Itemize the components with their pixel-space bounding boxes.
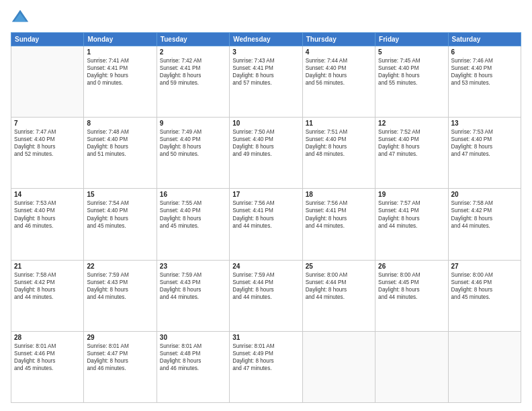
header	[11, 8, 521, 27]
day-info: Sunrise: 7:47 AMSunset: 4:40 PMDaylight:…	[14, 128, 81, 158]
header-saturday: Saturday	[448, 33, 521, 46]
header-tuesday: Tuesday	[157, 33, 229, 46]
day-cell	[375, 331, 448, 402]
day-cell: 8Sunrise: 7:48 AMSunset: 4:40 PMDaylight…	[84, 118, 157, 189]
week-row-1: 7Sunrise: 7:47 AMSunset: 4:40 PMDaylight…	[11, 118, 521, 189]
day-info: Sunrise: 7:45 AMSunset: 4:40 PMDaylight:…	[378, 57, 445, 87]
day-info: Sunrise: 7:53 AMSunset: 4:40 PMDaylight:…	[451, 128, 518, 158]
day-info: Sunrise: 7:56 AMSunset: 4:41 PMDaylight:…	[306, 199, 372, 229]
header-sunday: Sunday	[11, 33, 84, 46]
day-info: Sunrise: 8:01 AMSunset: 4:48 PMDaylight:…	[160, 342, 226, 372]
header-monday: Monday	[84, 33, 157, 46]
day-info: Sunrise: 7:57 AMSunset: 4:41 PMDaylight:…	[378, 199, 445, 229]
page: SundayMondayTuesdayWednesdayThursdayFrid…	[0, 0, 532, 411]
day-cell	[448, 331, 521, 402]
day-cell: 6Sunrise: 7:46 AMSunset: 4:40 PMDaylight…	[448, 46, 521, 118]
header-friday: Friday	[375, 33, 448, 46]
day-cell: 26Sunrise: 8:00 AMSunset: 4:45 PMDayligh…	[375, 260, 448, 331]
day-number: 2	[160, 48, 226, 56]
week-row-3: 21Sunrise: 7:58 AMSunset: 4:42 PMDayligh…	[11, 260, 521, 331]
calendar-table: SundayMondayTuesdayWednesdayThursdayFrid…	[11, 32, 521, 403]
day-info: Sunrise: 7:52 AMSunset: 4:40 PMDaylight:…	[378, 128, 445, 158]
day-info: Sunrise: 8:00 AMSunset: 4:46 PMDaylight:…	[451, 271, 518, 301]
day-cell: 5Sunrise: 7:45 AMSunset: 4:40 PMDaylight…	[375, 46, 448, 118]
day-cell: 10Sunrise: 7:50 AMSunset: 4:40 PMDayligh…	[230, 118, 302, 189]
day-cell: 9Sunrise: 7:49 AMSunset: 4:40 PMDaylight…	[157, 118, 229, 189]
day-cell: 15Sunrise: 7:54 AMSunset: 4:40 PMDayligh…	[84, 189, 157, 260]
day-number: 18	[306, 191, 372, 198]
header-wednesday: Wednesday	[230, 33, 302, 46]
day-info: Sunrise: 8:01 AMSunset: 4:49 PMDaylight:…	[232, 342, 299, 372]
day-info: Sunrise: 7:42 AMSunset: 4:41 PMDaylight:…	[160, 57, 226, 87]
day-cell: 30Sunrise: 8:01 AMSunset: 4:48 PMDayligh…	[157, 331, 229, 402]
day-info: Sunrise: 7:59 AMSunset: 4:44 PMDaylight:…	[232, 271, 299, 301]
week-row-0: 1Sunrise: 7:41 AMSunset: 4:41 PMDaylight…	[11, 46, 521, 118]
day-number: 20	[451, 191, 518, 198]
day-info: Sunrise: 7:50 AMSunset: 4:40 PMDaylight:…	[232, 128, 299, 158]
day-cell: 16Sunrise: 7:55 AMSunset: 4:40 PMDayligh…	[157, 189, 229, 260]
day-cell: 21Sunrise: 7:58 AMSunset: 4:42 PMDayligh…	[11, 260, 84, 331]
day-info: Sunrise: 7:51 AMSunset: 4:40 PMDaylight:…	[306, 128, 372, 158]
day-number: 3	[232, 48, 299, 56]
day-number: 22	[87, 263, 153, 270]
day-number: 19	[378, 191, 445, 198]
day-info: Sunrise: 7:58 AMSunset: 4:42 PMDaylight:…	[451, 199, 518, 229]
day-number: 1	[87, 48, 153, 56]
calendar-header-row: SundayMondayTuesdayWednesdayThursdayFrid…	[11, 33, 521, 46]
day-info: Sunrise: 7:56 AMSunset: 4:41 PMDaylight:…	[232, 199, 299, 229]
day-info: Sunrise: 7:58 AMSunset: 4:42 PMDaylight:…	[14, 271, 81, 301]
day-info: Sunrise: 8:01 AMSunset: 4:46 PMDaylight:…	[14, 342, 81, 372]
day-number: 8	[87, 120, 153, 127]
day-cell: 17Sunrise: 7:56 AMSunset: 4:41 PMDayligh…	[230, 189, 302, 260]
day-cell: 20Sunrise: 7:58 AMSunset: 4:42 PMDayligh…	[448, 189, 521, 260]
day-cell: 11Sunrise: 7:51 AMSunset: 4:40 PMDayligh…	[302, 118, 375, 189]
day-cell: 3Sunrise: 7:43 AMSunset: 4:41 PMDaylight…	[230, 46, 302, 118]
day-cell: 14Sunrise: 7:53 AMSunset: 4:40 PMDayligh…	[11, 189, 84, 260]
day-info: Sunrise: 7:46 AMSunset: 4:40 PMDaylight:…	[451, 57, 518, 87]
day-cell: 18Sunrise: 7:56 AMSunset: 4:41 PMDayligh…	[302, 189, 375, 260]
day-cell: 2Sunrise: 7:42 AMSunset: 4:41 PMDaylight…	[157, 46, 229, 118]
day-cell: 7Sunrise: 7:47 AMSunset: 4:40 PMDaylight…	[11, 118, 84, 189]
day-cell: 22Sunrise: 7:59 AMSunset: 4:43 PMDayligh…	[84, 260, 157, 331]
day-cell	[11, 46, 84, 118]
day-number: 26	[378, 263, 445, 270]
day-cell: 25Sunrise: 8:00 AMSunset: 4:44 PMDayligh…	[302, 260, 375, 331]
day-number: 13	[451, 120, 518, 127]
day-number: 4	[306, 48, 372, 56]
day-cell: 19Sunrise: 7:57 AMSunset: 4:41 PMDayligh…	[375, 189, 448, 260]
day-info: Sunrise: 7:41 AMSunset: 4:41 PMDaylight:…	[87, 57, 153, 87]
day-cell: 31Sunrise: 8:01 AMSunset: 4:49 PMDayligh…	[230, 331, 302, 402]
day-number: 28	[14, 334, 81, 341]
day-number: 15	[87, 191, 153, 198]
day-number: 30	[160, 334, 226, 341]
day-number: 31	[232, 334, 299, 341]
day-cell: 23Sunrise: 7:59 AMSunset: 4:43 PMDayligh…	[157, 260, 229, 331]
day-number: 23	[160, 263, 226, 270]
day-number: 11	[306, 120, 372, 127]
day-info: Sunrise: 7:48 AMSunset: 4:40 PMDaylight:…	[87, 128, 153, 158]
day-number: 25	[306, 263, 372, 270]
day-cell: 27Sunrise: 8:00 AMSunset: 4:46 PMDayligh…	[448, 260, 521, 331]
day-info: Sunrise: 7:44 AMSunset: 4:40 PMDaylight:…	[306, 57, 372, 87]
day-number: 24	[232, 263, 299, 270]
day-cell	[302, 331, 375, 402]
day-number: 5	[378, 48, 445, 56]
day-number: 10	[232, 120, 299, 127]
day-info: Sunrise: 7:43 AMSunset: 4:41 PMDaylight:…	[232, 57, 299, 87]
week-row-4: 28Sunrise: 8:01 AMSunset: 4:46 PMDayligh…	[11, 331, 521, 402]
day-cell: 4Sunrise: 7:44 AMSunset: 4:40 PMDaylight…	[302, 46, 375, 118]
day-info: Sunrise: 7:55 AMSunset: 4:40 PMDaylight:…	[160, 199, 226, 229]
day-info: Sunrise: 8:00 AMSunset: 4:44 PMDaylight:…	[306, 271, 372, 301]
day-number: 21	[14, 263, 81, 270]
day-info: Sunrise: 7:59 AMSunset: 4:43 PMDaylight:…	[160, 271, 226, 301]
day-number: 6	[451, 48, 518, 56]
day-number: 14	[14, 191, 81, 198]
day-number: 9	[160, 120, 226, 127]
day-number: 16	[160, 191, 226, 198]
day-cell: 28Sunrise: 8:01 AMSunset: 4:46 PMDayligh…	[11, 331, 84, 402]
day-info: Sunrise: 8:00 AMSunset: 4:45 PMDaylight:…	[378, 271, 445, 301]
day-info: Sunrise: 8:01 AMSunset: 4:47 PMDaylight:…	[87, 342, 153, 372]
logo	[11, 8, 32, 27]
day-info: Sunrise: 7:54 AMSunset: 4:40 PMDaylight:…	[87, 199, 153, 229]
logo-icon	[11, 8, 30, 27]
